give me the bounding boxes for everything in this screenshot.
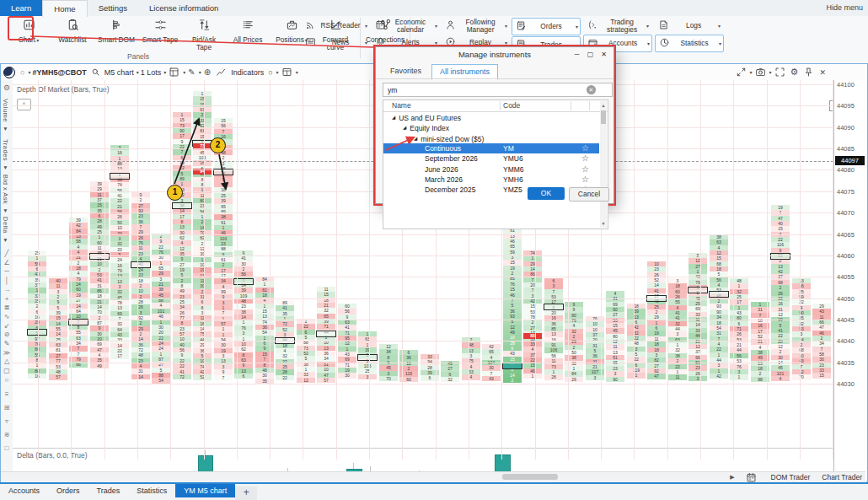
instrument-row-december-2025[interactable]: December 2025YMZ5☆ bbox=[383, 185, 599, 195]
symbol-name[interactable]: #YMH5@CBOT bbox=[32, 68, 86, 77]
expand-arrow-icon[interactable]: ◢ bbox=[392, 115, 395, 120]
ribbon-item-orders[interactable]: Orders▾ bbox=[512, 18, 581, 35]
circle-tool-icon[interactable]: ○ bbox=[1, 376, 13, 384]
cross-tool-icon[interactable]: + bbox=[1, 295, 13, 303]
ribbon-item-watchlist[interactable]: Watchlist bbox=[51, 18, 94, 44]
chevron-down-icon[interactable]: ▾ bbox=[505, 23, 507, 29]
chevron-down-icon[interactable]: ▾ bbox=[647, 40, 650, 46]
ribbon-item-following-manager[interactable]: Following Manager▾ bbox=[442, 18, 509, 34]
chevron-down-icon[interactable]: ▾ bbox=[163, 69, 166, 75]
ribbon-item-trading-strategies[interactable]: Trading strategies▾ bbox=[583, 18, 652, 34]
sidebar-group-bid-x-ask[interactable]: Bid x Ask ▾ bbox=[2, 175, 9, 214]
chevron-down-icon[interactable]: ▾ bbox=[276, 69, 279, 75]
vline-tool-icon[interactable]: │ bbox=[1, 277, 13, 284]
corner-tool-icon[interactable]: ↙ bbox=[1, 322, 13, 330]
horizontal-scrollbar[interactable]: ▶ DOM Trader Chart Trader bbox=[1, 471, 865, 482]
ribbon-item-logs[interactable]: Logs▾ bbox=[655, 18, 724, 34]
box-tool-icon[interactable]: □ bbox=[1, 444, 13, 452]
ribbon-item-economic-calendar[interactable]: Economic calendar▾ bbox=[372, 18, 439, 34]
chevron-down-icon[interactable]: ▾ bbox=[435, 23, 437, 29]
column-name[interactable]: Name bbox=[392, 101, 411, 110]
shapes-icon[interactable]: ○ bbox=[268, 68, 272, 77]
chevron-down-icon[interactable]: ▾ bbox=[505, 40, 507, 46]
panel-tab-trades[interactable]: Trades bbox=[88, 484, 129, 497]
ribbon-tab-settings[interactable]: Settings bbox=[88, 0, 138, 16]
channel-tool-icon[interactable]: ≫ bbox=[1, 349, 13, 357]
layout-icon[interactable] bbox=[281, 67, 292, 78]
table-scroll-thumb[interactable] bbox=[601, 110, 606, 124]
line-tool-icon[interactable]: ╱ bbox=[1, 250, 13, 257]
indicators-label[interactable]: Indicators bbox=[231, 68, 264, 77]
lots-selector[interactable]: 1 Lots bbox=[141, 68, 162, 77]
ribbon-item-statistics[interactable]: Statistics▾ bbox=[655, 35, 724, 52]
add-panel-button[interactable]: + bbox=[235, 487, 257, 500]
chevron-down-icon[interactable]: ▾ bbox=[183, 69, 185, 75]
scroll-up-icon[interactable]: ▲ bbox=[600, 103, 607, 108]
wave-tool-icon[interactable]: ∿ bbox=[1, 313, 13, 320]
zoom-in-icon[interactable]: ⊕ bbox=[204, 67, 211, 77]
wedge-tool-icon[interactable]: ▿ bbox=[1, 417, 13, 425]
scroll-down-icon[interactable]: ▼ bbox=[600, 221, 607, 226]
dialog-minimize-button[interactable]: ─ bbox=[571, 49, 583, 60]
chart-trader-button[interactable]: Chart Trader bbox=[822, 473, 862, 481]
chevron-down-icon[interactable]: ▾ bbox=[719, 40, 721, 46]
instrument-row-continuous[interactable]: ContinuousYM☆ bbox=[383, 143, 599, 153]
panel-tab-accounts[interactable]: Accounts bbox=[0, 484, 48, 497]
expand-arrow-icon[interactable]: ◢ bbox=[403, 125, 406, 130]
ellipse-tool-icon[interactable]: ⊘ bbox=[1, 331, 13, 338]
close-icon[interactable]: ✕ bbox=[819, 68, 826, 77]
triangle-tool-icon[interactable]: △ bbox=[1, 358, 13, 365]
instrument-row-june-2026[interactable]: June 2026YMM6☆ bbox=[383, 164, 599, 175]
chevron-down-icon[interactable]: ▾ bbox=[769, 69, 772, 75]
instrument-row-us-and-eu-futures[interactable]: ◢US and EU Futures bbox=[383, 112, 599, 122]
arrow-tool-icon[interactable]: → bbox=[1, 286, 13, 293]
search-clear-icon[interactable]: ✕ bbox=[587, 85, 596, 94]
instrument-row-september-2026[interactable]: September 2026YMU6☆ bbox=[383, 153, 599, 164]
ribbon-tab-home[interactable]: Home bbox=[42, 0, 87, 17]
chevron-down-icon[interactable]: ▾ bbox=[199, 69, 201, 75]
timeframe-selector[interactable]: M5 chart bbox=[104, 68, 134, 77]
scrollbar-thumb[interactable] bbox=[502, 474, 558, 480]
cancel-button[interactable]: Cancel bbox=[569, 187, 609, 202]
ribbon-item-bid-ask-tape[interactable]: Bid/Ask Tape bbox=[182, 18, 226, 51]
dialog-maximize-button[interactable]: ▢ bbox=[584, 49, 597, 60]
ribbon-item-news[interactable]: News▾ bbox=[302, 35, 369, 51]
ribbon-item-smart-dom[interactable]: Smart DOM bbox=[94, 18, 138, 44]
sidebar-group-trades[interactable]: Trades ▾ bbox=[2, 139, 9, 171]
expand-arrow-icon[interactable]: ◢ bbox=[414, 136, 417, 141]
ribbon-tab-learn[interactable]: Learn bbox=[0, 0, 42, 16]
settings-icon[interactable]: ⚙ bbox=[790, 67, 799, 78]
ribbon-tab-license-information[interactable]: License information bbox=[138, 0, 229, 16]
chevron-down-icon[interactable]: ▾ bbox=[365, 23, 367, 29]
chevron-down-icon[interactable]: ▾ bbox=[750, 69, 753, 75]
chevron-down-icon[interactable]: ▾ bbox=[646, 23, 649, 29]
chevron-down-icon[interactable]: ▾ bbox=[296, 69, 298, 75]
chart-tab-active[interactable]: YM M5 chart bbox=[175, 484, 235, 497]
resize-icon[interactable] bbox=[736, 67, 747, 78]
calendar-icon[interactable] bbox=[746, 472, 757, 483]
instrument-row-march-2026[interactable]: March 2026YMH6☆ bbox=[383, 175, 599, 185]
instrument-row-equity-index[interactable]: ◢Equity Index bbox=[383, 122, 599, 132]
template-icon[interactable] bbox=[169, 67, 179, 78]
search-icon[interactable] bbox=[91, 67, 100, 77]
pencil-tool-icon[interactable]: ✎ bbox=[1, 340, 13, 347]
rect-tool-icon[interactable]: ▢ bbox=[1, 367, 13, 374]
panel-tab-statistics[interactable]: Statistics bbox=[128, 484, 175, 497]
grid-tool-icon[interactable]: ⊞ bbox=[1, 404, 13, 411]
favorite-star-icon[interactable]: ☆ bbox=[581, 164, 589, 175]
chevron-down-icon[interactable]: ▾ bbox=[365, 40, 367, 46]
chevron-down-icon[interactable]: ▾ bbox=[576, 24, 578, 30]
panel-tab-orders[interactable]: Orders bbox=[48, 484, 88, 497]
chevron-down-icon[interactable]: ▾ bbox=[137, 69, 139, 75]
price-axis[interactable]: 44097 369 -320 2 44100440954409044085440… bbox=[833, 80, 866, 500]
dialog-close-button[interactable]: ✕ bbox=[597, 49, 610, 60]
hide-menu-button[interactable]: Hide menu bbox=[826, 0, 863, 16]
tab-favorites[interactable]: Favorites bbox=[383, 64, 429, 78]
panel-collapse-button[interactable]: ^ bbox=[17, 99, 31, 110]
chevron-down-icon[interactable]: ▾ bbox=[28, 69, 30, 75]
indicators-icon[interactable] bbox=[216, 67, 227, 78]
list-tool-icon[interactable]: ≡ bbox=[1, 390, 13, 398]
chevron-down-icon[interactable]: ▾ bbox=[718, 23, 721, 29]
column-code[interactable]: Code bbox=[503, 101, 520, 110]
favorite-star-icon[interactable]: ☆ bbox=[581, 175, 589, 185]
